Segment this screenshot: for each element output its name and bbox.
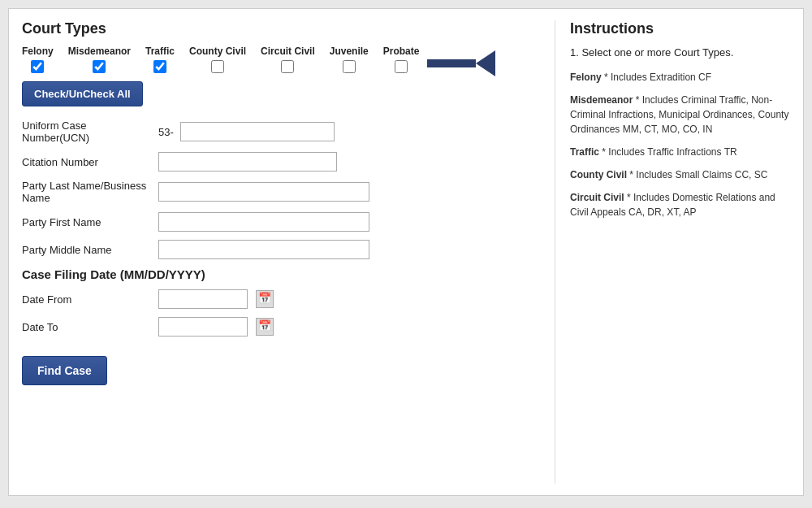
misdemeanor-instruction: Misdemeanor * Includes Criminal Traffic,… [570,93,790,137]
calendar-from-icon[interactable] [256,290,274,308]
circuit-civil-label: Circuit Civil [261,46,315,57]
arrow-container [427,50,495,76]
felony-instruction: Felony * Includes Extradition CF [570,70,790,85]
county-civil-instruction: County Civil * Includes Small Claims CC,… [570,167,790,182]
court-type-juvenile: Juvenile [330,46,369,73]
felony-checkbox[interactable] [31,60,44,73]
party-last-label: Party Last Name/Business Name [22,180,152,204]
court-type-county-civil: County Civil [189,46,246,73]
court-type-felony: Felony [22,46,54,73]
date-to-input[interactable] [158,317,248,336]
traffic-label: Traffic [145,46,175,57]
traffic-instruction: Traffic * Includes Traffic Infractions T… [570,145,790,159]
court-type-probate: Probate [383,46,420,73]
misdemeanor-checkbox[interactable] [93,60,106,73]
date-from-label: Date From [22,293,152,306]
ucn-prefix: 53- [158,126,174,138]
county-civil-instruction-title: County Civil [570,169,627,180]
party-first-row: Party First Name [22,212,538,232]
county-civil-checkbox[interactable] [211,60,224,73]
county-civil-instruction-text: * Includes Small Claims CC, SC [629,169,767,180]
felony-instruction-text: * Includes Extradition CF [604,72,711,83]
traffic-checkbox[interactable] [153,60,166,73]
date-to-row: Date To [22,317,538,336]
date-from-input[interactable] [158,289,248,309]
date-to-label: Date To [22,321,152,333]
citation-row: Citation Number [22,152,538,172]
court-types-row: Felony Misdemeanor Traffic County Civil … [22,46,419,73]
traffic-instruction-text: * Includes Traffic Infractions TR [602,146,736,158]
party-middle-label: Party Middle Name [22,244,152,256]
party-last-row: Party Last Name/Business Name [22,180,538,204]
felony-label: Felony [22,46,54,57]
ucn-row: Uniform Case Number(UCN) 53- [22,119,538,144]
citation-input[interactable] [158,152,337,172]
traffic-instruction-title: Traffic [570,146,599,158]
misdemeanor-instruction-title: Misdemeanor [570,94,633,106]
circuit-civil-checkbox[interactable] [281,60,294,73]
juvenile-checkbox[interactable] [343,60,356,73]
date-from-row: Date From [22,289,538,309]
party-last-input[interactable] [158,182,369,202]
arrow-shaft [427,59,476,67]
court-types-title: Court Types [22,20,538,37]
county-civil-label: County Civil [189,46,246,57]
juvenile-label: Juvenile [330,46,369,57]
misdemeanor-label: Misdemeanor [68,46,131,57]
party-first-input[interactable] [158,212,369,232]
party-first-label: Party First Name [22,216,152,228]
party-middle-row: Party Middle Name [22,240,538,259]
filing-date-section-title: Case Filing Date (MM/DD/YYYY) [22,267,538,281]
left-panel: Court Types Felony Misdemeanor Traffic C… [22,20,538,484]
court-types-header: Felony Misdemeanor Traffic County Civil … [22,46,538,81]
probate-label: Probate [383,46,420,57]
citation-label: Citation Number [22,156,152,168]
arrow-right [476,50,495,76]
probate-checkbox[interactable] [395,60,408,73]
court-type-traffic: Traffic [145,46,175,73]
court-type-misdemeanor: Misdemeanor [68,46,131,73]
circuit-civil-instruction-title: Circuit Civil [570,192,624,203]
check-uncheck-button[interactable]: Check/UnCheck All [22,81,143,106]
right-panel: Instructions 1. Select one or more Court… [555,20,790,484]
step1-instruction: 1. Select one or more Court Types. [570,46,790,60]
main-container: Court Types Felony Misdemeanor Traffic C… [8,8,804,496]
instructions-title: Instructions [570,20,790,37]
ucn-input[interactable] [180,122,335,141]
calendar-to-icon[interactable] [256,318,274,336]
circuit-civil-instruction: Circuit Civil * Includes Domestic Relati… [570,190,790,219]
party-middle-input[interactable] [158,240,369,259]
ucn-label: Uniform Case Number(UCN) [22,119,152,144]
court-type-circuit-civil: Circuit Civil [261,46,315,73]
felony-instruction-title: Felony [570,72,602,83]
find-case-button[interactable]: Find Case [22,356,107,385]
